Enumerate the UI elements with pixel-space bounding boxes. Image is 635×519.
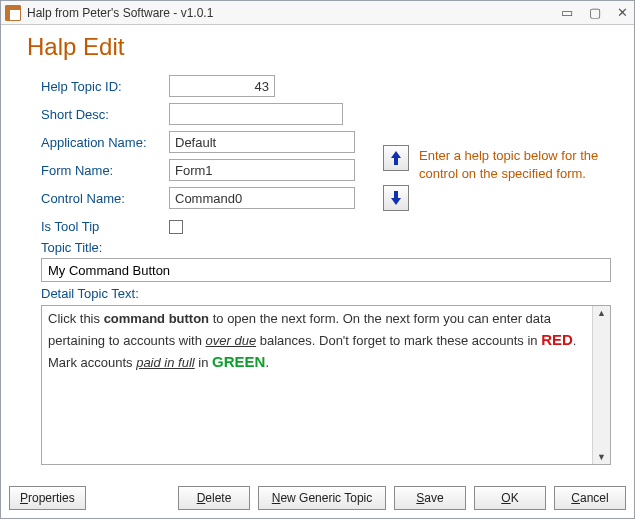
detail-green: GREEN bbox=[212, 353, 265, 370]
detail-text: balances. Don't forget to mark these acc… bbox=[256, 333, 541, 348]
label-app-name: Application Name: bbox=[41, 135, 169, 150]
new-generic-topic-button[interactable]: New Generic Topic bbox=[258, 486, 386, 510]
page-title: Halp Edit bbox=[27, 33, 614, 61]
label-help-topic-id: Help Topic ID: bbox=[41, 79, 169, 94]
save-button[interactable]: Save bbox=[394, 486, 466, 510]
detail-red: RED bbox=[541, 331, 573, 348]
detail-text: in bbox=[195, 355, 212, 370]
ok-button[interactable]: OK bbox=[474, 486, 546, 510]
help-topic-id-field[interactable] bbox=[169, 75, 275, 97]
scroll-up-icon[interactable]: ▲ bbox=[597, 308, 606, 318]
maximize-icon[interactable]: ▢ bbox=[589, 5, 601, 20]
arrow-up-icon bbox=[390, 150, 402, 166]
label-control-name: Control Name: bbox=[41, 191, 169, 206]
detail-bold: command button bbox=[104, 311, 209, 326]
window-frame: Halp from Peter's Software - v1.0.1 ▭ ▢ … bbox=[0, 0, 635, 519]
label-is-tooltip: Is Tool Tip bbox=[41, 219, 169, 234]
cancel-button[interactable]: Cancel bbox=[554, 486, 626, 510]
content-area: Halp Edit Help Topic ID: Short Desc: App… bbox=[1, 25, 634, 518]
label-detail-topic-text: Detail Topic Text: bbox=[41, 286, 614, 301]
control-name-field[interactable] bbox=[169, 187, 355, 209]
arrow-down-icon bbox=[390, 190, 402, 206]
form-name-field[interactable] bbox=[169, 159, 355, 181]
detail-topic-text-field[interactable]: Click this command button to open the ne… bbox=[42, 306, 592, 464]
titlebar: Halp from Peter's Software - v1.0.1 ▭ ▢ … bbox=[1, 1, 634, 25]
button-bar: Properties Delete New Generic Topic Save… bbox=[9, 486, 626, 510]
minimize-icon[interactable]: ▭ bbox=[561, 5, 573, 20]
properties-button[interactable]: Properties bbox=[9, 486, 86, 510]
is-tooltip-checkbox[interactable] bbox=[169, 220, 183, 234]
detail-text: . bbox=[265, 355, 269, 370]
next-record-button[interactable] bbox=[383, 185, 409, 211]
detail-underline: over due bbox=[206, 333, 257, 348]
label-topic-title: Topic Title: bbox=[41, 240, 614, 255]
app-icon bbox=[5, 5, 21, 21]
application-name-field[interactable] bbox=[169, 131, 355, 153]
scroll-down-icon[interactable]: ▼ bbox=[597, 452, 606, 462]
delete-button[interactable]: Delete bbox=[178, 486, 250, 510]
detail-editor-wrap: Click this command button to open the ne… bbox=[41, 305, 611, 465]
hint-text: Enter a help topic below for the control… bbox=[419, 147, 609, 182]
label-short-desc: Short Desc: bbox=[41, 107, 169, 122]
scrollbar[interactable]: ▲ ▼ bbox=[592, 306, 610, 464]
topic-title-field[interactable] bbox=[41, 258, 611, 282]
close-icon[interactable]: ✕ bbox=[617, 5, 628, 20]
detail-text: Click this bbox=[48, 311, 104, 326]
previous-record-button[interactable] bbox=[383, 145, 409, 171]
label-form-name: Form Name: bbox=[41, 163, 169, 178]
short-desc-field[interactable] bbox=[169, 103, 343, 125]
window-title: Halp from Peter's Software - v1.0.1 bbox=[27, 6, 213, 20]
detail-underline: paid in full bbox=[136, 355, 195, 370]
